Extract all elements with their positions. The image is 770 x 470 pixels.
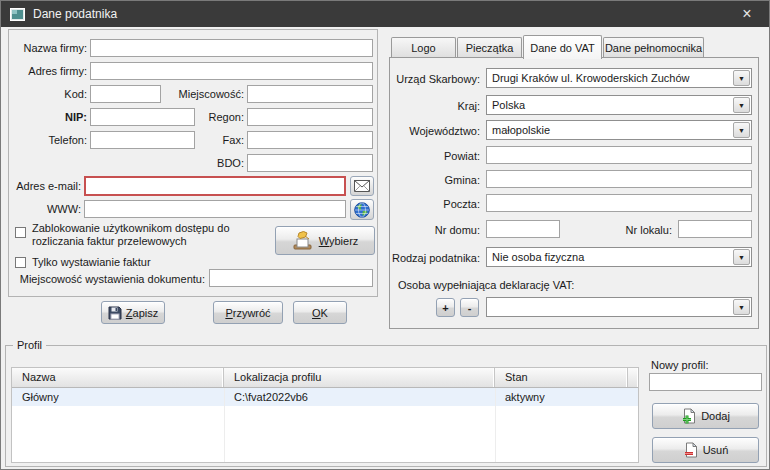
poczta-input[interactable] bbox=[486, 194, 752, 212]
gmina-label: Gmina: bbox=[390, 173, 480, 187]
rodzaj-podatnika-label: Rodzaj podatnika: bbox=[390, 251, 480, 265]
kraj-value: Polska bbox=[492, 99, 731, 111]
tab-logo-label: Logo bbox=[411, 42, 435, 54]
wybierz-button[interactable]: Wybierz bbox=[275, 226, 375, 255]
ok-button-label: OK bbox=[312, 307, 328, 319]
remove-document-icon bbox=[683, 442, 699, 458]
osoba-deklaracja-label: Osoba wypełniająca deklarację VAT: bbox=[398, 278, 648, 292]
email-input[interactable] bbox=[84, 176, 346, 196]
profil-table-row-glowny[interactable]: Główny C:\fvat2022vb6 aktywny bbox=[12, 388, 638, 406]
tylko-faktury-checkbox[interactable] bbox=[15, 257, 26, 268]
regon-input[interactable] bbox=[247, 108, 373, 126]
dodaj-button[interactable]: Dodaj bbox=[652, 403, 759, 429]
chevron-down-icon[interactable]: ▼ bbox=[733, 97, 750, 113]
add-document-icon bbox=[681, 408, 697, 424]
minus-icon: - bbox=[468, 302, 472, 314]
title-bar: Dane podatnika × bbox=[1, 1, 769, 27]
open-website-button[interactable] bbox=[350, 199, 374, 220]
www-input[interactable] bbox=[84, 200, 346, 218]
send-email-button[interactable] bbox=[350, 176, 374, 196]
wybierz-button-label: Wybierz bbox=[319, 235, 359, 247]
column-header-stan[interactable]: Stan bbox=[495, 368, 628, 387]
column-header-nazwa[interactable]: Nazwa bbox=[12, 368, 224, 387]
profil-table-header: Nazwa Lokalizacja profilu Stan bbox=[12, 368, 638, 388]
nowy-profil-input[interactable] bbox=[649, 373, 762, 391]
www-label: WWW: bbox=[9, 202, 81, 216]
adres-firmy-label: Adres firmy: bbox=[9, 64, 87, 78]
dodaj-button-label: Dodaj bbox=[701, 410, 730, 422]
kraj-combobox[interactable]: Polska ▼ bbox=[486, 95, 752, 115]
column-header-lokalizacja[interactable]: Lokalizacja profilu bbox=[224, 368, 495, 387]
gmina-input[interactable] bbox=[486, 170, 752, 188]
tab-dane-do-vat[interactable]: Dane do VAT bbox=[523, 35, 602, 59]
adres-firmy-input[interactable] bbox=[90, 62, 373, 80]
powiat-input[interactable] bbox=[486, 146, 752, 164]
ok-button[interactable]: OK bbox=[293, 301, 347, 324]
remove-person-button[interactable]: - bbox=[460, 298, 479, 317]
nazwa-firmy-label: Nazwa firmy: bbox=[9, 41, 87, 55]
tab-pieczatka-label: Pieczątka bbox=[466, 42, 514, 54]
cell-lokalizacja: C:\fvat2022vb6 bbox=[224, 388, 495, 406]
nowy-profil-label: Nowy profil: bbox=[651, 358, 751, 372]
profil-table[interactable]: Nazwa Lokalizacja profilu Stan Główny C:… bbox=[11, 367, 639, 463]
kod-input[interactable] bbox=[90, 85, 161, 103]
kraj-label: Kraj: bbox=[390, 99, 480, 113]
zapisz-button-label: Zapisz bbox=[126, 307, 158, 319]
miejscowosc-label: Miejscowość: bbox=[164, 87, 244, 101]
column-header-filler bbox=[628, 368, 638, 387]
osoba-deklaracja-combobox[interactable]: ▼ bbox=[486, 297, 752, 317]
nr-lokalu-label: Nr lokalu: bbox=[620, 223, 672, 237]
window-title: Dane podatnika bbox=[33, 7, 117, 21]
urzad-skarbowy-combobox[interactable]: Drugi Kraków ul. Krowoderskich Zuchów ▼ bbox=[486, 68, 752, 88]
dane-podatnika-dialog: Dane podatnika × Nazwa firmy: Adres firm… bbox=[0, 0, 770, 470]
email-label: Adres e-mail: bbox=[9, 179, 81, 193]
tab-dane-pelnomocnika-label: Dane pełnomocnika bbox=[605, 42, 702, 54]
poczta-label: Poczta: bbox=[390, 197, 480, 211]
app-icon bbox=[10, 8, 25, 21]
usun-button[interactable]: Usuń bbox=[652, 437, 759, 463]
chevron-down-icon[interactable]: ▼ bbox=[733, 249, 750, 265]
telefon-label: Telefon: bbox=[9, 133, 87, 147]
fax-label: Fax: bbox=[164, 133, 244, 147]
zablokowanie-checkbox[interactable] bbox=[15, 227, 26, 238]
save-floppy-icon bbox=[108, 306, 122, 320]
nazwa-firmy-input[interactable] bbox=[90, 39, 373, 57]
regon-label: Regon: bbox=[164, 110, 244, 124]
tylko-faktury-checkbox-label: Tylko wystawianie faktur bbox=[32, 256, 272, 269]
nr-domu-input[interactable] bbox=[486, 220, 560, 238]
miejscowosc-input[interactable] bbox=[247, 85, 373, 103]
cell-nazwa: Główny bbox=[12, 388, 224, 406]
chevron-down-icon[interactable]: ▼ bbox=[733, 122, 750, 138]
close-icon[interactable]: × bbox=[725, 1, 769, 27]
zapisz-button[interactable]: Zapisz bbox=[101, 301, 165, 324]
company-data-frame: Nazwa firmy: Adres firmy: Kod: Miejscowo… bbox=[8, 29, 378, 297]
bdo-label: BDO: bbox=[164, 156, 244, 170]
nr-lokalu-input[interactable] bbox=[678, 220, 752, 238]
urzad-skarbowy-value: Drugi Kraków ul. Krowoderskich Zuchów bbox=[492, 72, 731, 84]
add-person-button[interactable]: + bbox=[436, 298, 455, 317]
chevron-down-icon[interactable]: ▼ bbox=[733, 299, 750, 315]
tab-logo[interactable]: Logo bbox=[391, 37, 456, 58]
globe-icon bbox=[354, 202, 370, 218]
bdo-input[interactable] bbox=[247, 154, 373, 172]
tab-pieczatka[interactable]: Pieczątka bbox=[457, 37, 522, 58]
przywroc-button[interactable]: Przywróć bbox=[213, 301, 283, 324]
rodzaj-podatnika-combobox[interactable]: Nie osoba fizyczna ▼ bbox=[486, 247, 752, 267]
przywroc-button-label: Przywróć bbox=[225, 307, 270, 319]
tab-dane-do-vat-label: Dane do VAT bbox=[530, 42, 594, 54]
nr-domu-label: Nr domu: bbox=[390, 223, 480, 237]
urzad-skarbowy-label: Urząd Skarbowy: bbox=[390, 72, 480, 86]
wojewodztwo-value: małopolskie bbox=[492, 124, 731, 136]
envelope-icon bbox=[354, 180, 370, 192]
miejscowosc-dokumentu-label: Miejscowość wystawienia dokumentu: bbox=[9, 272, 205, 286]
chevron-down-icon[interactable]: ▼ bbox=[733, 70, 750, 86]
fax-input[interactable] bbox=[247, 131, 373, 149]
plus-icon: + bbox=[442, 302, 448, 314]
wojewodztwo-combobox[interactable]: małopolskie ▼ bbox=[486, 120, 752, 140]
vat-tab-panel: Urząd Skarbowy: Drugi Kraków ul. Krowode… bbox=[389, 57, 759, 329]
tab-dane-pelnomocnika[interactable]: Dane pełnomocnika bbox=[603, 37, 704, 58]
miejscowosc-dokumentu-input[interactable] bbox=[209, 269, 373, 287]
nip-label: NIP: bbox=[9, 110, 87, 124]
column-separator bbox=[495, 388, 496, 462]
rodzaj-podatnika-value: Nie osoba fizyczna bbox=[492, 251, 731, 263]
